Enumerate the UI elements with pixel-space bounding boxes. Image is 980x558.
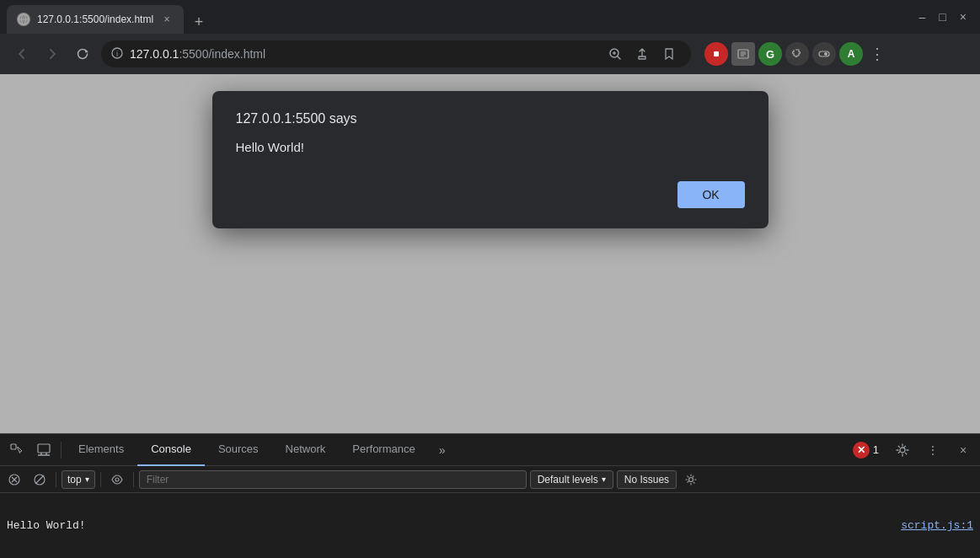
url-domain: 127.0.0.1 [130, 47, 179, 61]
tab-elements[interactable]: Elements [65, 434, 137, 466]
tab-network[interactable]: Network [272, 434, 340, 466]
url-text: 127.0.0.1:5500/index.html [130, 47, 265, 61]
console-clear-button[interactable] [3, 469, 25, 491]
error-badge: ✕ [853, 442, 870, 459]
tab-sources[interactable]: Sources [205, 434, 272, 466]
devtools-settings-button[interactable] [889, 437, 916, 464]
title-bar: 127.0.0.1:5500/index.html × + – □ × [0, 0, 980, 34]
url-info-icon: i [111, 47, 123, 62]
svg-rect-18 [38, 444, 50, 453]
console-sep-2 [100, 472, 101, 487]
devtools-separator-1 [61, 442, 62, 459]
devtools-inspect-icon[interactable] [30, 437, 57, 464]
tab-close-icon[interactable]: × [160, 13, 174, 26]
no-issues-button[interactable]: No Issues [617, 470, 677, 489]
alert-message: Hello World! [236, 140, 745, 154]
console-stop-button[interactable] [29, 469, 51, 491]
svg-point-22 [900, 448, 905, 453]
maximize-button[interactable]: □ [939, 10, 945, 24]
extension-stop-button[interactable] [704, 42, 728, 66]
extension-grammarly-button[interactable]: G [758, 42, 782, 66]
minimize-button[interactable]: – [919, 10, 926, 24]
svg-rect-17 [11, 444, 16, 449]
tab-performance[interactable]: Performance [339, 434, 428, 466]
console-sep-1 [56, 472, 56, 487]
svg-line-6 [618, 56, 620, 59]
console-log-line: Hello World! script.js:1 [7, 519, 973, 532]
url-actions [603, 42, 681, 66]
share-button[interactable] [630, 42, 654, 66]
devtools-panel: Elements Console Sources Network Perform… [0, 433, 980, 558]
svg-rect-10 [714, 51, 719, 56]
tab-favicon [17, 13, 30, 26]
console-eye-button[interactable] [106, 469, 128, 491]
context-dropdown[interactable]: top ▾ [62, 470, 95, 489]
new-tab-button[interactable]: + [187, 10, 211, 34]
context-label: top [67, 474, 82, 486]
refresh-button[interactable] [71, 42, 94, 66]
alert-ok-button[interactable]: OK [677, 181, 745, 208]
svg-point-28 [115, 478, 119, 481]
extension-toggle-button[interactable] [812, 42, 836, 66]
devtools-more-button[interactable]: ⋮ [919, 437, 946, 464]
svg-text:i: i [116, 50, 118, 58]
console-toolbar: top ▾ Default levels ▾ No Issues [0, 466, 980, 493]
extension-reader-button[interactable] [731, 42, 755, 66]
more-tabs-button[interactable]: » [429, 437, 456, 464]
tab-console[interactable]: Console [137, 434, 205, 466]
back-button[interactable] [10, 42, 34, 66]
devtools-select-icon[interactable] [3, 437, 30, 464]
console-sep-3 [133, 472, 134, 487]
tab-title: 127.0.0.1:5500/index.html [37, 13, 153, 25]
browser-tab[interactable]: 127.0.0.1:5500/index.html × [7, 5, 184, 34]
error-icon: ✕ [857, 444, 865, 456]
issues-settings-button[interactable] [680, 469, 702, 491]
url-path: :5500/index.html [179, 47, 265, 61]
console-output: Hello World! script.js:1 [0, 493, 980, 558]
url-bar[interactable]: i 127.0.0.1:5500/index.html [101, 40, 691, 67]
address-bar: i 127.0.0.1:5500/index.html G [0, 34, 980, 74]
alert-overlay: 127.0.0.1:5500 says Hello World! OK [0, 74, 980, 433]
zoom-button[interactable] [603, 42, 627, 66]
default-levels-arrow: ▾ [602, 475, 606, 484]
close-button[interactable]: × [960, 10, 967, 24]
svg-point-16 [824, 52, 827, 56]
svg-line-27 [35, 475, 44, 484]
forward-button[interactable] [40, 42, 64, 66]
bookmark-button[interactable] [657, 42, 681, 66]
page-content: 127.0.0.1:5500 says Hello World! OK [0, 74, 980, 433]
extension-puzzle-button[interactable] [785, 42, 809, 66]
tab-area: 127.0.0.1:5500/index.html × + [7, 0, 211, 34]
error-count: 1 [873, 443, 879, 456]
alert-origin: 127.0.0.1:5500 says [236, 111, 745, 126]
console-log-source[interactable]: script.js:1 [901, 519, 973, 532]
profile-avatar[interactable]: A [839, 42, 863, 66]
devtools-tabs-right: ✕ 1 ⋮ × [853, 437, 977, 464]
default-levels-dropdown[interactable]: Default levels ▾ [530, 470, 613, 489]
svg-point-29 [689, 477, 693, 481]
console-log-text: Hello World! [7, 519, 86, 532]
filter-input[interactable] [139, 470, 527, 489]
extensions-area: G A ⋮ [704, 41, 888, 67]
alert-dialog: 127.0.0.1:5500 says Hello World! OK [212, 91, 768, 228]
browser-menu-button[interactable]: ⋮ [866, 41, 888, 67]
devtools-tab-bar: Elements Console Sources Network Perform… [0, 434, 980, 466]
context-arrow: ▾ [85, 475, 89, 484]
window-controls: – □ × [919, 10, 973, 24]
devtools-close-button[interactable]: × [950, 437, 977, 464]
alert-actions: OK [236, 181, 745, 208]
